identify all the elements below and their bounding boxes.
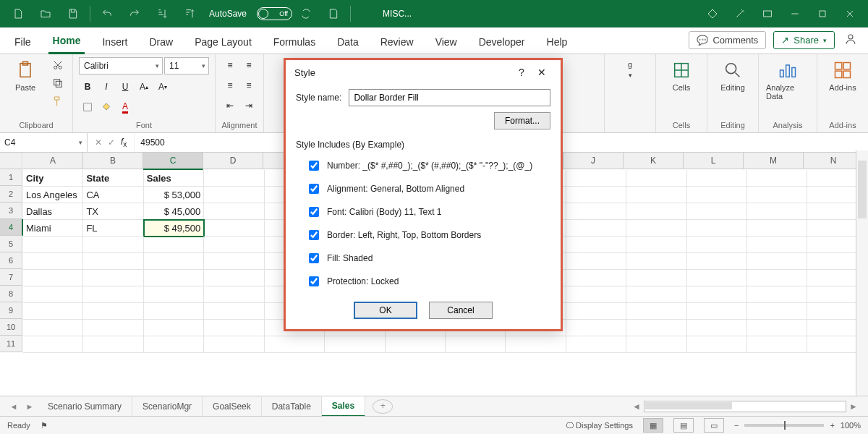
horizontal-scrollbar[interactable]: ◄► [629,401,868,412]
col-header[interactable]: L [684,153,744,169]
cancel-formula-icon[interactable]: ✕ [95,137,102,148]
tab-nav-prev[interactable]: ◄ [6,402,22,411]
font-color-icon[interactable]: A [116,99,134,115]
autosave-toggle[interactable]: Off [257,7,292,20]
analyze-button[interactable]: Analyze Data [765,57,811,103]
format-painter-icon[interactable] [49,93,67,109]
cell[interactable]: TX [83,203,143,220]
check-protection[interactable]: Protection: Locked [306,274,550,289]
share-button[interactable]: ↗Share▾ [773,31,835,49]
col-header[interactable]: M [744,153,804,169]
font-name-select[interactable]: Calibri [79,57,163,75]
shrink-font-icon[interactable]: A▾ [154,79,171,95]
format-button[interactable]: Format... [494,112,550,129]
row-header[interactable]: 4 [0,219,23,236]
tab-draw[interactable]: Draw [145,30,177,54]
open-file-icon[interactable] [32,2,59,25]
cell-selected[interactable]: $ 49,500 [144,220,204,237]
indent-dec-icon[interactable]: ⇤ [221,98,239,114]
name-box[interactable]: C4 [0,133,88,152]
cancel-button[interactable]: Cancel [429,302,493,319]
display-settings-button[interactable]: 🖵 Display Settings [566,421,633,430]
align-center-icon[interactable]: ≡ [240,77,258,93]
check-alignment[interactable]: Alignment: General, Bottom Aligned [306,182,550,196]
cell[interactable]: Dallas [23,203,83,220]
sheet-tab[interactable]: DataTable [262,397,322,416]
accept-formula-icon[interactable]: ✓ [108,137,115,148]
cell[interactable]: $ 53,000 [144,187,204,203]
tab-insert[interactable]: Insert [98,30,132,54]
col-header[interactable]: N [804,153,864,169]
paste-button[interactable]: Paste [6,57,45,95]
tab-view[interactable]: View [431,30,461,54]
row-header[interactable]: 9 [0,302,22,319]
col-header[interactable]: J [563,153,624,169]
bold-button[interactable]: B [79,79,96,95]
zoom-slider[interactable] [744,424,824,427]
sheet-tab[interactable]: ScenarioMgr [132,397,203,416]
close-icon[interactable] [836,2,864,25]
align-top-icon[interactable]: ≡ [221,57,239,73]
diamond-icon[interactable] [699,2,726,25]
check-fill[interactable]: Fill: Shaded [306,251,550,265]
row-header[interactable]: 3 [0,203,22,219]
check-border[interactable]: Border: Left, Right, Top, Bottom Borders [306,228,550,242]
tab-home[interactable]: Home [48,29,85,54]
zoom-in-button[interactable]: + [830,421,834,430]
sheet-tab[interactable]: GoalSeek [203,397,262,416]
indent-inc-icon[interactable]: ⇥ [240,98,258,114]
fill-color-icon[interactable] [98,99,115,115]
col-header[interactable]: C [143,153,203,170]
cut-icon[interactable] [49,57,67,73]
account-icon[interactable] [842,33,859,48]
row-header[interactable]: 11 [0,336,22,352]
col-header[interactable]: K [624,153,684,169]
save2-icon[interactable] [320,2,347,25]
tab-developer[interactable]: Developer [475,30,529,54]
align-left-icon[interactable]: ≡ [221,77,239,93]
tab-review[interactable]: Review [376,30,418,54]
font-size-select[interactable]: 11 [164,57,209,75]
grow-font-icon[interactable]: A▴ [135,79,153,95]
minimize-icon[interactable] [781,2,809,25]
view-normal-icon[interactable]: ▦ [643,418,663,433]
new-file-icon[interactable] [4,2,32,25]
save-icon[interactable] [59,2,87,25]
undo-icon[interactable] [93,2,121,25]
cell[interactable]: Miami [23,220,83,237]
add-sheet-button[interactable]: + [373,399,393,414]
sort-desc-icon[interactable] [176,2,203,25]
border-icon[interactable] [79,99,96,115]
cell[interactable]: $ 45,000 [144,203,204,220]
maximize-icon[interactable] [809,2,836,25]
cell[interactable]: CA [83,187,143,203]
sheet-tab-active[interactable]: Sales [322,396,365,417]
cell[interactable]: City [23,170,83,187]
zoom-out-button[interactable]: − [734,421,739,430]
tab-formulas[interactable]: Formulas [269,30,320,54]
row-header[interactable]: 7 [0,269,22,286]
tab-help[interactable]: Help [542,30,572,54]
col-header[interactable]: A [23,153,83,169]
sort-asc-icon[interactable] [148,2,176,25]
copy-icon[interactable] [49,75,67,91]
align-middle-icon[interactable]: ≡ [240,57,258,73]
help-icon[interactable]: ? [511,67,532,78]
zoom-level[interactable]: 100% [841,421,861,430]
col-header[interactable]: D [203,153,263,169]
select-all-corner[interactable] [0,153,22,169]
accessibility-icon[interactable]: ⚑ [41,421,48,430]
tab-data[interactable]: Data [333,30,363,54]
redo-icon[interactable] [121,2,148,25]
row-header[interactable]: 6 [0,252,22,269]
addins-button[interactable]: Add-ins [823,57,862,95]
cells-button[interactable]: Cells [662,57,701,95]
tab-file[interactable]: File [10,30,35,54]
wrap-text-partial[interactable]: g▾ [610,57,650,82]
close-dialog-icon[interactable]: ✕ [532,67,552,78]
cell[interactable]: FL [83,220,143,237]
row-header[interactable]: 10 [0,319,22,336]
ok-button[interactable]: OK [354,302,417,319]
col-header[interactable]: B [83,153,143,169]
comments-button[interactable]: 💬Comments [689,31,766,49]
